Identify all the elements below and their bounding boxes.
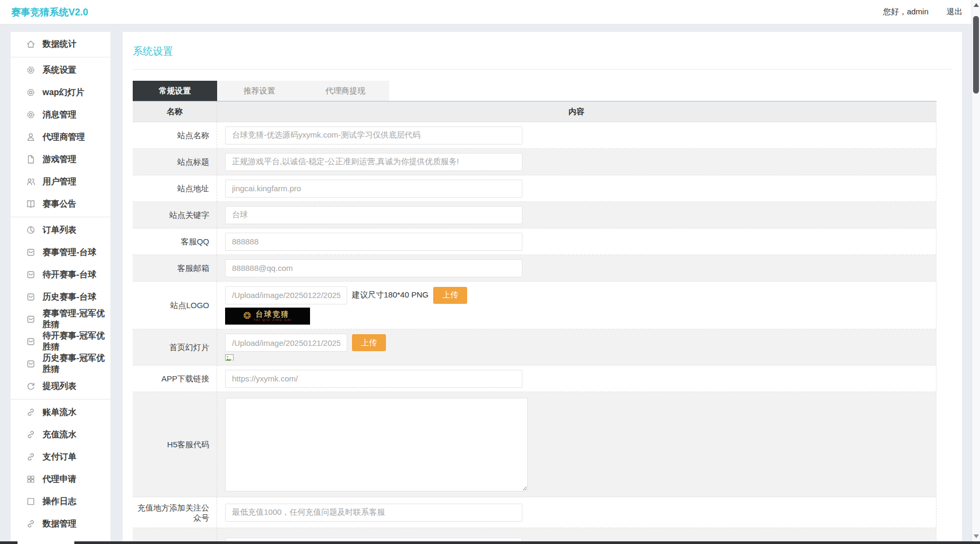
- scroll-up-arrow-icon[interactable]: [974, 3, 979, 7]
- sidebar-item-label: 系统设置: [42, 65, 76, 76]
- header-content: 内容: [217, 101, 936, 122]
- sidebar-item-message-mgmt[interactable]: 消息管理: [11, 104, 110, 126]
- user-icon: [26, 132, 36, 142]
- sidebar-item-upcoming-champion[interactable]: 待开赛事-冠军优胜猜: [11, 330, 110, 353]
- broken-image-icon: [225, 354, 235, 361]
- table-row-h5-service: H5客服代码: [133, 392, 936, 497]
- service-qq-input[interactable]: [225, 233, 522, 251]
- horizontal-scrollbar[interactable]: [0, 541, 980, 544]
- row-label: 站点LOGO: [133, 282, 217, 329]
- pie-chart-icon: [26, 225, 36, 235]
- service-email-input[interactable]: [225, 259, 522, 277]
- grid-icon: [26, 474, 36, 484]
- row-label: H5客服代码: [133, 392, 217, 497]
- sidebar-item-data-mgmt[interactable]: 数据管理: [11, 513, 110, 535]
- sidebar-item-label: 代理申请: [42, 474, 76, 485]
- table-row-site-logo: 站点LOGO 建议尺寸180*40 PNG 上传 ❂ 台球竞猜 TAI QIU …: [133, 282, 936, 329]
- sidebar-item-label: 数据管理: [42, 518, 76, 530]
- sidebar-item-recharge-flow[interactable]: 充值流水: [11, 423, 110, 446]
- table-row-home-slide: 首页幻灯片 上传: [133, 329, 936, 366]
- h5-service-code-textarea[interactable]: [225, 398, 528, 491]
- site-title-input[interactable]: [225, 153, 522, 171]
- sidebar-item-label: 赛事管理-冠军优胜猜: [42, 308, 110, 330]
- table-row-recharge-notice: 充值地方添加关注公众号: [133, 497, 936, 528]
- sidebar-item-match-announcement[interactable]: 赛事公告: [11, 193, 110, 215]
- logo-upload-button[interactable]: 上传: [433, 287, 467, 304]
- table-row-service-qq: 客服QQ: [133, 228, 936, 255]
- page-title: 系统设置: [133, 45, 962, 58]
- sidebar-item-agent-apply[interactable]: 代理申请: [11, 468, 110, 490]
- link-icon: [26, 430, 36, 439]
- refresh-icon: [26, 381, 36, 391]
- sidebar-item-label: 账单流水: [42, 407, 76, 418]
- slide-upload-button[interactable]: 上传: [352, 334, 386, 351]
- sidebar-item-wap-slides[interactable]: wap幻灯片: [11, 81, 110, 104]
- scroll-down-arrow-icon[interactable]: [974, 534, 979, 538]
- vertical-scroll-thumb[interactable]: [973, 16, 979, 94]
- recharge-notice-input[interactable]: [225, 504, 522, 522]
- sidebar-item-label: 支付订单: [42, 452, 76, 463]
- row-label: 站点关键字: [133, 202, 217, 228]
- horizontal-scroll-thumb-left[interactable]: [0, 541, 18, 544]
- site-logo-preview: ❂ 台球竞猜 TAI QIU JING CAI: [225, 308, 310, 325]
- sidebar-item-label: 消息管理: [42, 109, 76, 121]
- bag-icon: [26, 292, 36, 302]
- horizontal-scroll-thumb[interactable]: [74, 541, 980, 544]
- row-label: 客服QQ: [133, 228, 217, 254]
- table-row-site-title: 站点标题: [133, 149, 936, 175]
- bag-icon: [26, 314, 36, 324]
- logo-size-hint: 建议尺寸180*40 PNG: [352, 290, 428, 300]
- sidebar-item-game-mgmt[interactable]: 游戏管理: [11, 148, 110, 171]
- sidebar-divider: [11, 399, 110, 400]
- sidebar-item-payment-orders[interactable]: 支付订单: [11, 446, 110, 468]
- table-header: 名称 内容: [133, 101, 936, 122]
- sidebar-item-bill-flow[interactable]: 账单流水: [11, 401, 110, 423]
- file-icon: [26, 155, 36, 164]
- sidebar-item-label: 代理商管理: [42, 132, 85, 143]
- app-link-input[interactable]: [225, 370, 522, 388]
- sidebar-item-withdraw-list[interactable]: 提现列表: [11, 375, 110, 397]
- sidebar-item-match-mgmt-billiards[interactable]: 赛事管理-台球: [11, 241, 110, 264]
- row-label: 充值地方添加关注公众号: [133, 497, 217, 528]
- home-icon: [26, 39, 36, 49]
- sidebar-item-label: 赛事公告: [42, 199, 76, 210]
- sidebar-item-label: 数据统计: [42, 39, 76, 50]
- sidebar-item-label: 待开赛事-台球: [42, 269, 96, 280]
- bag-icon: [26, 270, 36, 279]
- sidebar: 数据统计 系统设置 wap幻灯片 消息管理 代理商管理 游戏管理 用户管理 赛事…: [11, 32, 110, 544]
- home-slide-path-input[interactable]: [225, 334, 347, 352]
- site-logo-path-input[interactable]: [225, 286, 347, 304]
- tab-general-settings[interactable]: 常规设置: [133, 81, 217, 101]
- settings-table: 名称 内容 站点名称 站点标题 站点地址 站点关键字: [133, 101, 936, 544]
- sidebar-divider: [11, 217, 110, 217]
- site-keywords-input[interactable]: [225, 206, 522, 224]
- sidebar-item-label: 充值流水: [42, 429, 76, 440]
- tab-agent-withdraw[interactable]: 代理商提现: [302, 81, 389, 101]
- sidebar-item-label: 历史赛事-台球: [42, 292, 96, 303]
- row-label: 站点地址: [133, 175, 217, 201]
- tab-recommend-settings[interactable]: 推荐设置: [217, 81, 302, 101]
- sidebar-item-operation-log[interactable]: 操作日志: [11, 490, 110, 513]
- link-icon: [26, 519, 36, 529]
- table-row-app-link: APP下载链接: [133, 366, 936, 392]
- sidebar-item-agent-mgmt[interactable]: 代理商管理: [11, 126, 110, 148]
- logout-link[interactable]: 退出: [947, 7, 962, 17]
- sidebar-item-data-stats[interactable]: 数据统计: [11, 33, 110, 55]
- sidebar-item-history-billiards[interactable]: 历史赛事-台球: [11, 286, 110, 308]
- row-label: 客服邮箱: [133, 255, 217, 281]
- site-name-input[interactable]: [225, 126, 522, 144]
- site-url-input[interactable]: [225, 180, 522, 198]
- sidebar-item-match-mgmt-champion[interactable]: 赛事管理-冠军优胜猜: [11, 308, 110, 330]
- gear-icon: [26, 65, 36, 75]
- sidebar-item-system-settings[interactable]: 系统设置: [11, 59, 110, 81]
- row-label: 首页幻灯片: [133, 329, 217, 365]
- table-row-site-keywords: 站点关键字: [133, 202, 936, 228]
- sidebar-item-upcoming-billiards[interactable]: 待开赛事-台球: [11, 264, 110, 286]
- sidebar-item-user-mgmt[interactable]: 用户管理: [11, 171, 110, 193]
- title-divider: [133, 69, 952, 70]
- sidebar-item-history-champion[interactable]: 历史赛事-冠军优胜猜: [11, 353, 110, 375]
- table-row-site-name: 站点名称: [133, 122, 936, 149]
- sidebar-divider: [11, 57, 110, 57]
- sidebar-item-order-list[interactable]: 订单列表: [11, 219, 110, 241]
- vertical-scrollbar[interactable]: [972, 0, 980, 541]
